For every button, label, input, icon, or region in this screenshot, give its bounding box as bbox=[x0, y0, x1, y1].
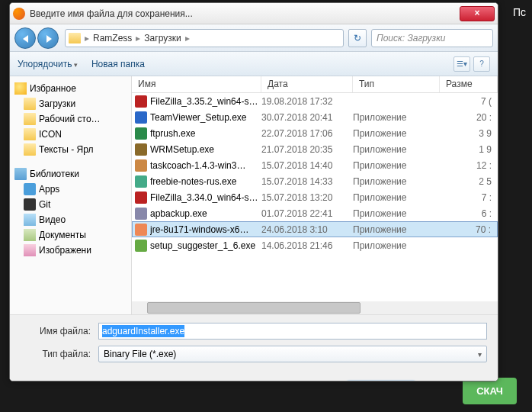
folder-icon bbox=[69, 33, 81, 43]
sidebar-item-icon[interactable]: ICON bbox=[10, 127, 131, 142]
file-icon bbox=[135, 127, 147, 140]
bg-download-button[interactable]: СКАЧ bbox=[463, 378, 517, 404]
sidebar-item-documents[interactable]: Документы bbox=[10, 227, 131, 243]
file-name: WRMSetup.exe bbox=[150, 144, 261, 155]
view-button[interactable]: ☰▾ bbox=[453, 56, 470, 72]
file-name: taskcoach-1.4.3-win3… bbox=[150, 160, 261, 171]
firefox-icon bbox=[13, 8, 25, 20]
file-type: Приложение bbox=[353, 176, 440, 187]
horizontal-scrollbar[interactable] bbox=[132, 301, 498, 314]
file-row[interactable]: ftprush.exe22.07.2018 17:06Приложение3 9 bbox=[132, 125, 498, 141]
back-button[interactable] bbox=[14, 27, 36, 49]
filename-input[interactable]: adguardInstaller.exe bbox=[98, 323, 487, 340]
help-button[interactable]: ? bbox=[473, 56, 490, 72]
organize-button[interactable]: Упорядочить bbox=[18, 59, 78, 69]
file-pane: Имя Дата Тип Разме FileZilla_3.35.2_win6… bbox=[132, 76, 498, 314]
file-row[interactable]: freebie-notes-rus.exe15.07.2018 14:33При… bbox=[132, 173, 498, 189]
file-date: 15.07.2018 14:33 bbox=[261, 176, 353, 187]
file-row[interactable]: setup_suggester_1_6.exe14.06.2018 21:46П… bbox=[132, 237, 498, 253]
chevron-right-icon: ▸ bbox=[136, 33, 140, 43]
file-icon bbox=[135, 192, 147, 204]
sidebar-item-video[interactable]: Видео bbox=[10, 212, 131, 227]
chevron-right-icon: ▸ bbox=[85, 33, 89, 43]
file-date: 21.07.2018 20:35 bbox=[261, 144, 353, 155]
file-type: Приложение bbox=[353, 144, 440, 155]
cancel-button[interactable]: Отмена bbox=[421, 381, 487, 381]
folder-icon bbox=[24, 113, 36, 125]
scrollbar-thumb[interactable] bbox=[147, 302, 361, 314]
file-row[interactable]: TeamViewer_Setup.exe30.07.2018 20:41Прил… bbox=[132, 109, 498, 125]
file-type: Приложение bbox=[353, 112, 440, 123]
footer: Скрыть папки Сохранить Отмена bbox=[10, 375, 498, 381]
apps-icon bbox=[24, 183, 36, 195]
file-date: 22.07.2018 17:06 bbox=[261, 128, 353, 139]
search-input[interactable]: Поиск: Загрузки bbox=[371, 29, 493, 47]
sidebar: Избранное Загрузки Рабочий сто… ICON Тек… bbox=[10, 76, 132, 314]
sidebar-favorites[interactable]: Избранное bbox=[10, 81, 131, 96]
file-icon bbox=[135, 208, 147, 220]
images-icon bbox=[24, 244, 36, 256]
save-fields: Имя файла: adguardInstaller.exe Тип файл… bbox=[10, 314, 498, 375]
file-row[interactable]: FileZilla_3.35.2_win64-s…19.08.2018 17:3… bbox=[132, 93, 498, 109]
folder-icon bbox=[24, 98, 36, 110]
file-row[interactable]: jre-8u171-windows-x6…24.06.2018 3:10Прил… bbox=[132, 221, 498, 237]
address-bar[interactable]: ▸ RamZess ▸ Загрузки ▸ bbox=[65, 29, 344, 47]
forward-button[interactable] bbox=[37, 27, 59, 49]
file-size: 7 ( bbox=[440, 96, 498, 107]
file-row[interactable]: apbackup.exe01.07.2018 22:41Приложение6 … bbox=[132, 205, 498, 221]
file-row[interactable]: WRMSetup.exe21.07.2018 20:35Приложение1 … bbox=[132, 141, 498, 157]
filename-label: Имя файла: bbox=[21, 326, 91, 336]
file-name: FileZilla_3.34.0_win64-s… bbox=[150, 192, 261, 203]
video-icon bbox=[24, 214, 36, 226]
filetype-combo[interactable]: Binary File (*.exe) bbox=[98, 346, 487, 362]
file-type: Приложение bbox=[353, 160, 440, 171]
dialog-body: Избранное Загрузки Рабочий сто… ICON Тек… bbox=[10, 76, 498, 314]
col-name[interactable]: Имя bbox=[132, 76, 261, 92]
sidebar-item-git[interactable]: Git bbox=[10, 197, 131, 212]
breadcrumb-1[interactable]: RamZess bbox=[90, 33, 135, 43]
sidebar-libraries[interactable]: Библиотеки bbox=[10, 166, 131, 182]
sidebar-item-texts[interactable]: Тексты - Ярл bbox=[10, 142, 131, 157]
new-folder-button[interactable]: Новая папка bbox=[91, 59, 145, 69]
git-icon bbox=[24, 198, 36, 211]
file-name: jre-8u171-windows-x6… bbox=[150, 224, 261, 235]
sidebar-item-desktop[interactable]: Рабочий сто… bbox=[10, 111, 131, 127]
file-size: 2 5 bbox=[440, 176, 498, 187]
file-date: 19.08.2018 17:32 bbox=[261, 96, 353, 107]
col-type[interactable]: Тип bbox=[353, 76, 440, 92]
documents-icon bbox=[24, 229, 36, 241]
sidebar-item-images[interactable]: Изображени bbox=[10, 243, 131, 258]
file-type: Приложение bbox=[353, 208, 440, 219]
col-size[interactable]: Разме bbox=[440, 76, 498, 92]
file-icon bbox=[135, 240, 147, 252]
titlebar: Введите имя файла для сохранения... × bbox=[10, 3, 498, 24]
col-date[interactable]: Дата bbox=[261, 76, 353, 92]
file-name: TeamViewer_Setup.exe bbox=[150, 112, 261, 123]
file-type: Приложение bbox=[353, 192, 440, 203]
file-icon bbox=[135, 143, 147, 156]
file-date: 01.07.2018 22:41 bbox=[261, 208, 353, 219]
refresh-button[interactable]: ↻ bbox=[348, 29, 367, 47]
save-dialog: Введите имя файла для сохранения... × ▸ … bbox=[9, 2, 498, 381]
close-button[interactable]: × bbox=[460, 6, 495, 21]
navbar: ▸ RamZess ▸ Загрузки ▸ ↻ Поиск: Загрузки bbox=[10, 24, 498, 52]
file-icon bbox=[135, 159, 147, 172]
file-name: ftprush.exe bbox=[150, 128, 261, 139]
breadcrumb-2[interactable]: Загрузки bbox=[141, 33, 184, 43]
file-row[interactable]: FileZilla_3.34.0_win64-s…15.07.2018 13:2… bbox=[132, 189, 498, 205]
file-row[interactable]: taskcoach-1.4.3-win3…15.07.2018 14:40При… bbox=[132, 157, 498, 173]
file-icon bbox=[135, 111, 147, 124]
save-button[interactable]: Сохранить bbox=[347, 381, 415, 381]
file-size: 70 : bbox=[440, 224, 497, 235]
sidebar-item-downloads[interactable]: Загрузки bbox=[10, 96, 131, 111]
file-size: 7 : bbox=[440, 192, 498, 203]
library-icon bbox=[14, 168, 27, 180]
file-date: 30.07.2018 20:41 bbox=[261, 112, 353, 123]
window-title: Введите имя файла для сохранения... bbox=[30, 8, 460, 19]
file-icon bbox=[135, 95, 147, 108]
file-name: FileZilla_3.35.2_win64-s… bbox=[150, 96, 261, 107]
folder-icon bbox=[24, 143, 36, 156]
file-size: 20 : bbox=[440, 112, 498, 123]
file-list[interactable]: FileZilla_3.35.2_win64-s…19.08.2018 17:3… bbox=[132, 93, 498, 301]
sidebar-item-apps[interactable]: Apps bbox=[10, 182, 131, 197]
